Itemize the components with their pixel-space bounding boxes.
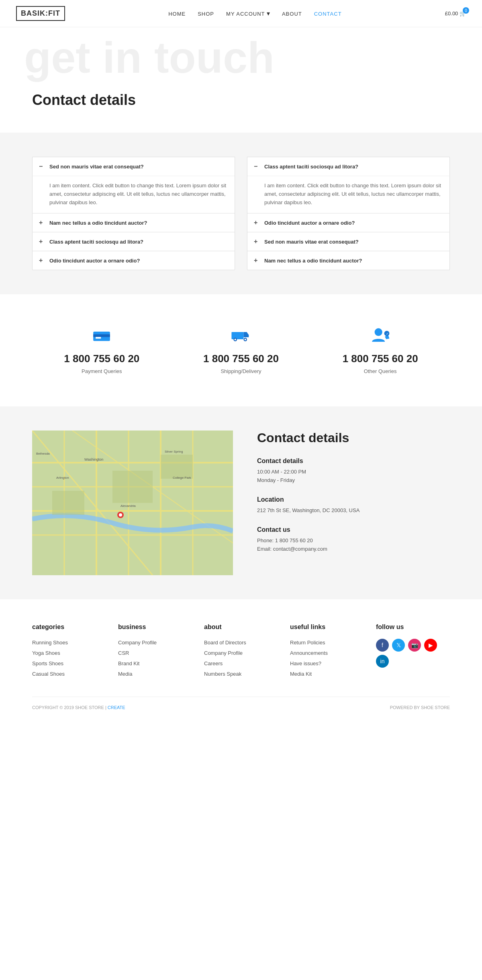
faq-header[interactable]: +Nam nec tellus a odio tincidunt auctor? — [33, 213, 235, 232]
twitter-icon[interactable]: 𝕏 — [392, 639, 405, 652]
cart-badge: 0 — [463, 7, 469, 14]
footer: categories Running ShoesYoga ShoesSports… — [0, 599, 482, 722]
footer-link[interactable]: CSR — [118, 650, 129, 656]
payment-label: Payment Queries — [40, 368, 163, 374]
faq-header[interactable]: +Odio tincidunt auctor a ornare odio? — [247, 213, 449, 232]
faq-question: Class aptent taciti sociosqu ad litora? — [49, 239, 143, 245]
cart-button[interactable]: £0.00 0 🛒 — [445, 10, 466, 16]
plus-icon: + — [39, 238, 45, 245]
map-contact-section: Washington Arlington Alexandria Silver S… — [0, 406, 482, 599]
minus-icon: − — [39, 163, 45, 170]
support-label: Other Queries — [319, 368, 442, 374]
delivery-label: Shipping/Delivery — [180, 368, 303, 374]
plus-icon: + — [254, 257, 260, 264]
footer-link[interactable]: Company Profile — [118, 640, 157, 646]
svg-point-8 — [245, 338, 246, 340]
plus-icon: + — [254, 219, 260, 226]
faq-question: Odio tincidunt auctor a ornare odio? — [49, 258, 140, 264]
faq-item: −Sed non mauris vitae erat consequat?I a… — [32, 157, 235, 213]
delivery-icon — [229, 326, 253, 344]
svg-text:Bethesda: Bethesda — [36, 452, 50, 455]
nav-item-about[interactable]: ABOUT — [282, 11, 302, 17]
faq-header[interactable]: +Sed non mauris vitae erat consequat? — [247, 232, 449, 251]
footer-business-heading: business — [118, 623, 192, 631]
faq-item: +Odio tincidunt auctor a ornare odio? — [32, 251, 235, 270]
footer-link[interactable]: Return Policies — [290, 640, 325, 646]
facebook-icon[interactable]: f — [376, 639, 389, 652]
footer-link[interactable]: Company Profile — [204, 650, 243, 656]
faq-right: −Class aptent taciti sociosqu ad litora?… — [247, 157, 450, 270]
footer-link[interactable]: Numbers Speak — [204, 671, 241, 677]
footer-link[interactable]: Casual Shoes — [32, 671, 65, 677]
cart-price: £0.00 — [445, 10, 458, 16]
footer-bottom: COPYRIGHT © 2019 SHOE STORE | CREATE POW… — [32, 697, 450, 710]
footer-link[interactable]: Careers — [204, 660, 223, 666]
footer-grid: categories Running ShoesYoga ShoesSports… — [32, 623, 450, 681]
footer-follow-us-heading: follow us — [376, 623, 450, 631]
svg-text:Silver Spring: Silver Spring — [165, 450, 183, 453]
svg-rect-2 — [96, 337, 101, 338]
email-value: contact@company.com — [273, 546, 327, 552]
contact-us-group: Contact us Phone: 1 800 755 60 20 Email:… — [257, 526, 450, 554]
faq-header[interactable]: −Sed non mauris vitae erat consequat? — [33, 157, 235, 176]
footer-about: about Board of DirectorsCompany ProfileC… — [204, 623, 278, 681]
svg-point-9 — [374, 328, 382, 336]
payment-icon — [90, 326, 114, 344]
delivery-number: 1 800 755 60 20 — [180, 353, 303, 365]
faq-header[interactable]: +Nam nec tellus a odio tincidunt auctor? — [247, 251, 449, 270]
svg-text:College Park: College Park — [173, 476, 192, 480]
nav-item-home[interactable]: HOME — [168, 11, 186, 17]
footer-follow-us: follow us f𝕏📷▶in — [376, 623, 450, 681]
footer-link[interactable]: Sports Shoes — [32, 660, 63, 666]
map-placeholder: Washington Arlington Alexandria Silver S… — [32, 431, 233, 575]
footer-link[interactable]: Board of Directors — [204, 640, 246, 646]
footer-copyright: COPYRIGHT © 2019 SHOE STORE | CREATE — [32, 705, 125, 710]
faq-question: Sed non mauris vitae erat consequat? — [264, 239, 359, 245]
faq-question: Sed non mauris vitae erat consequat? — [49, 164, 144, 170]
email-label: Email: — [257, 546, 272, 552]
faq-header[interactable]: +Class aptent taciti sociosqu ad litora? — [33, 232, 235, 251]
support-number: 1 800 755 60 20 — [319, 353, 442, 365]
location-label: Location — [257, 496, 450, 503]
nav-item-my-account[interactable]: MY ACCOUNT — [226, 11, 265, 17]
nav-item-shop[interactable]: SHOP — [198, 11, 214, 17]
svg-point-34 — [119, 513, 122, 517]
footer-link[interactable]: Brand Kit — [118, 660, 139, 666]
faq-left: −Sed non mauris vitae erat consequat?I a… — [32, 157, 235, 270]
footer-business: business Company ProfileCSRBrand KitMedi… — [118, 623, 192, 681]
faq-grid: −Sed non mauris vitae erat consequat?I a… — [32, 157, 450, 270]
nav-item-contact[interactable]: CONTACT — [314, 11, 342, 17]
location-group: Location 212 7th St SE, Washington, DC 2… — [257, 496, 450, 515]
faq-question: Nam nec tellus a odio tincidunt auctor? — [264, 258, 362, 264]
faq-content: I am item content. Click edit button to … — [33, 176, 235, 213]
instagram-icon[interactable]: 📷 — [408, 639, 421, 652]
footer-link[interactable]: Media — [118, 671, 132, 677]
footer-link[interactable]: Announcements — [290, 650, 328, 656]
faq-item: +Nam nec tellus a odio tincidunt auctor? — [32, 213, 235, 232]
faq-content: I am item content. Click edit button to … — [247, 176, 449, 213]
footer-link[interactable]: Yoga Shoes — [32, 650, 60, 656]
footer-useful-links-heading: useful links — [290, 623, 364, 631]
main-nav: HOMESHOPMY ACCOUNT ▾ABOUTCONTACT — [168, 10, 341, 17]
faq-header[interactable]: −Class aptent taciti sociosqu ad litora? — [247, 157, 449, 176]
linkedin-icon[interactable]: in — [376, 655, 389, 668]
footer-link[interactable]: Have issues? — [290, 660, 321, 666]
contact-details-subheading: Contact details — [257, 457, 450, 465]
minus-icon: − — [254, 163, 260, 170]
footer-link[interactable]: Media Kit — [290, 671, 312, 677]
footer-credit-link[interactable]: CREATE — [108, 705, 125, 710]
svg-rect-26 — [52, 491, 84, 515]
faq-section: −Sed non mauris vitae erat consequat?I a… — [0, 133, 482, 294]
footer-about-heading: about — [204, 623, 278, 631]
footer-link[interactable]: Running Shoes — [32, 640, 68, 646]
faq-item: +Class aptent taciti sociosqu ad litora? — [32, 232, 235, 251]
header-right: £0.00 0 🛒 — [445, 10, 466, 16]
svg-rect-25 — [161, 455, 193, 479]
youtube-icon[interactable]: ▶ — [424, 639, 437, 652]
contact-card-payment: 1 800 755 60 20 Payment Queries — [32, 318, 172, 382]
hero-section: get in touch Contact details — [0, 27, 482, 133]
logo[interactable]: BASIK:FIT — [16, 6, 65, 21]
contact-card-support: ✓ 1 800 755 60 20 Other Queries — [310, 318, 450, 382]
contact-card-delivery: 1 800 755 60 20 Shipping/Delivery — [172, 318, 311, 382]
faq-header[interactable]: +Odio tincidunt auctor a ornare odio? — [33, 251, 235, 270]
